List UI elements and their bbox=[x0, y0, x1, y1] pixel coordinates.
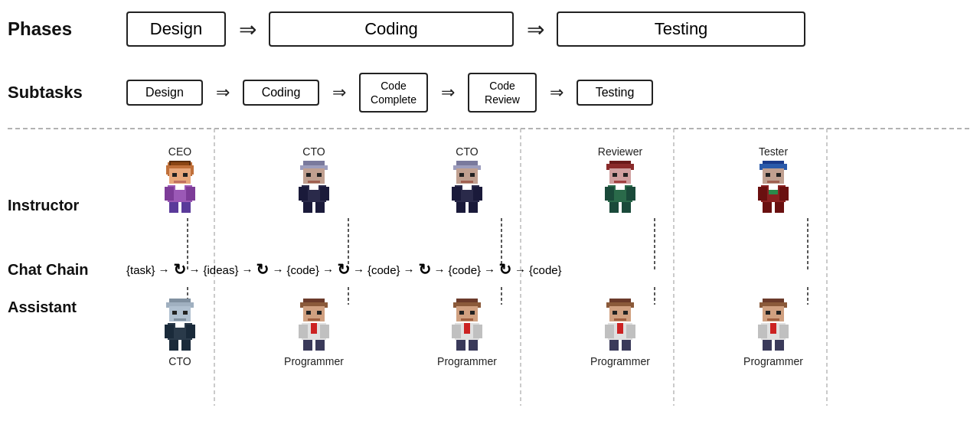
subtasks-row: Subtasks Design ⇒ Coding ⇒ CodeComplete … bbox=[0, 73, 980, 113]
assistant-programmer2-label: Programmer bbox=[437, 355, 497, 367]
svg-rect-135 bbox=[758, 325, 767, 338]
assistant-row: Assistant bbox=[0, 299, 980, 367]
svg-rect-97 bbox=[308, 318, 320, 321]
svg-rect-74 bbox=[758, 187, 767, 201]
instructor-row: Instructor CEO bbox=[0, 145, 980, 214]
svg-rect-87 bbox=[165, 325, 174, 338]
svg-rect-20 bbox=[171, 162, 189, 165]
svg-rect-76 bbox=[769, 185, 778, 190]
svg-rect-26 bbox=[165, 187, 174, 201]
phase-coding-text: Coding bbox=[364, 19, 418, 39]
chain-rotate-3: ↺ bbox=[337, 260, 350, 279]
assistant-programmer-4: Programmer bbox=[697, 299, 850, 367]
programmer2-sprite bbox=[446, 299, 488, 352]
chain-arrow-2: → bbox=[189, 263, 201, 276]
phase-testing-box: Testing bbox=[557, 11, 805, 47]
phase-design-box: Design bbox=[126, 11, 226, 47]
instructor-tester-role-label: Tester bbox=[759, 145, 788, 158]
instructor-label: Instructor bbox=[0, 196, 119, 214]
chain-ideas: {ideas} bbox=[204, 263, 239, 276]
svg-rect-95 bbox=[306, 311, 311, 315]
svg-rect-89 bbox=[175, 323, 185, 328]
svg-rect-71 bbox=[776, 173, 781, 177]
assistant-cto-label: CTO bbox=[168, 355, 191, 367]
svg-rect-77 bbox=[769, 190, 778, 194]
subtask-design-box: Design bbox=[126, 80, 203, 106]
chain-arrow-8: → bbox=[434, 263, 446, 276]
sub-arrow-4: ⇒ bbox=[541, 83, 572, 103]
programmer3-sprite bbox=[599, 299, 642, 352]
svg-rect-113 bbox=[464, 323, 470, 334]
svg-rect-60 bbox=[614, 181, 626, 183]
svg-rect-125 bbox=[617, 323, 623, 334]
subtask-testing-text: Testing bbox=[596, 86, 635, 100]
svg-rect-79 bbox=[775, 202, 784, 213]
svg-rect-119 bbox=[612, 311, 617, 315]
svg-rect-102 bbox=[303, 340, 312, 351]
instructor-reviewer: Reviewer bbox=[544, 145, 697, 214]
assistant-programmer3-label: Programmer bbox=[590, 355, 650, 367]
svg-rect-27 bbox=[186, 187, 195, 201]
instructor-cto1-role-label: CTO bbox=[302, 145, 325, 158]
svg-rect-23 bbox=[183, 173, 188, 177]
chain-arrow-1: → bbox=[158, 263, 170, 276]
svg-rect-53 bbox=[456, 202, 466, 213]
svg-rect-34 bbox=[306, 173, 311, 177]
svg-rect-137 bbox=[770, 323, 776, 334]
subtask-codecomplete-box: CodeComplete bbox=[359, 73, 428, 113]
svg-rect-84 bbox=[183, 311, 188, 315]
chain-arrow-4: → bbox=[272, 263, 283, 276]
chain-arrow-5: → bbox=[322, 263, 334, 276]
svg-rect-100 bbox=[320, 325, 329, 338]
instructor-cto2-role-label: CTO bbox=[456, 145, 478, 158]
svg-rect-48 bbox=[461, 181, 473, 183]
chatchain-label-text: Chat Chain bbox=[8, 261, 89, 278]
assistant-label: Assistant bbox=[0, 299, 119, 316]
instructor-ceo: CEO bbox=[130, 145, 230, 214]
chain-rotate-2: ↺ bbox=[256, 260, 269, 279]
svg-rect-75 bbox=[779, 187, 789, 201]
ceo-sprite bbox=[158, 161, 201, 214]
svg-rect-66 bbox=[622, 202, 631, 213]
chain-rotate-4: ↺ bbox=[418, 260, 431, 279]
subtask-codereview-box: CodeReview bbox=[468, 73, 537, 113]
svg-rect-52 bbox=[462, 185, 472, 190]
diagram: Phases Design ⇒ Coding ⇒ Testing Subtask… bbox=[0, 0, 980, 421]
assistant-cto-sprite bbox=[158, 299, 201, 352]
svg-rect-35 bbox=[317, 173, 322, 177]
chain-arrow-3: → bbox=[241, 263, 253, 276]
phases-label: Phases bbox=[0, 18, 119, 40]
phase-design-text: Design bbox=[150, 19, 202, 39]
svg-rect-38 bbox=[299, 187, 308, 201]
subtask-coding-box: Coding bbox=[243, 80, 319, 106]
sub-arrow-2: ⇒ bbox=[324, 83, 354, 103]
instructor-reviewer-role-label: Reviewer bbox=[598, 145, 642, 158]
svg-rect-115 bbox=[469, 340, 478, 351]
assistant-programmer4-label: Programmer bbox=[743, 355, 803, 367]
svg-rect-46 bbox=[459, 173, 464, 177]
svg-rect-62 bbox=[605, 187, 614, 201]
phase-coding-box: Coding bbox=[269, 11, 514, 47]
instructor-cto-2: CTO bbox=[390, 145, 544, 214]
programmer1-sprite bbox=[292, 299, 335, 352]
svg-rect-36 bbox=[308, 181, 320, 183]
svg-rect-112 bbox=[473, 325, 482, 338]
svg-rect-138 bbox=[763, 340, 772, 351]
svg-rect-101 bbox=[311, 323, 317, 334]
svg-rect-90 bbox=[169, 340, 178, 351]
svg-rect-123 bbox=[605, 325, 614, 338]
svg-rect-107 bbox=[459, 311, 464, 315]
svg-rect-47 bbox=[470, 173, 475, 177]
sub-arrow-3: ⇒ bbox=[433, 83, 463, 103]
chain-arrow-6: → bbox=[353, 263, 364, 276]
chain-rotate-5: ↺ bbox=[498, 260, 511, 279]
assistant-cto: CTO bbox=[130, 299, 230, 367]
arrow-2: ⇒ bbox=[520, 17, 550, 42]
svg-rect-85 bbox=[174, 318, 186, 321]
instructor-ceo-role-label: CEO bbox=[168, 145, 191, 158]
svg-rect-124 bbox=[626, 325, 635, 338]
chatchain-label: Chat Chain bbox=[0, 261, 119, 279]
svg-rect-139 bbox=[775, 340, 784, 351]
svg-rect-131 bbox=[766, 311, 770, 315]
instructor-tester: Tester bbox=[697, 145, 850, 214]
